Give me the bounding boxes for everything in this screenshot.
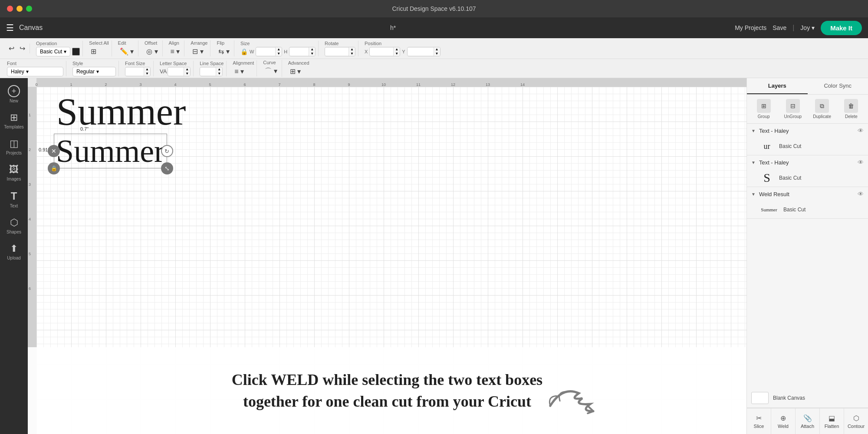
letter-space-col: Letter Space VA 0 ▲ ▼ (160, 61, 191, 76)
sidebar-item-shapes[interactable]: ⬡ Shapes (2, 214, 26, 238)
letter-space-group: Letter Space VA 0 ▲ ▼ (157, 61, 194, 76)
overlay-text: Click WELD while selecting the two text … (232, 369, 542, 413)
sidebar-item-new[interactable]: + New (2, 82, 26, 107)
contour-button[interactable]: ⬡ Contour (844, 408, 868, 434)
duplicate-button[interactable]: ⧉ Duplicate (809, 97, 835, 121)
edit-button[interactable]: ✏️ ▾ (118, 46, 135, 56)
x-input[interactable]: 0.533 (370, 48, 393, 56)
delete-button[interactable]: 🗑 Delete (838, 97, 865, 121)
fullscreen-button[interactable] (26, 6, 32, 12)
style-dropdown[interactable]: Regular ▾ (72, 67, 116, 76)
flip-button[interactable]: ⇆ ▾ (217, 46, 231, 56)
visibility-icon-2[interactable]: 👁 (858, 159, 864, 166)
sidebar-item-templates[interactable]: ⊞ Templates (2, 108, 26, 133)
redo-button[interactable]: ↪ (18, 43, 27, 53)
menu-icon[interactable]: ☰ (6, 23, 14, 33)
layer-group-header-2[interactable]: ▼ Text - Haley 👁 (747, 155, 868, 169)
letter-space-up[interactable]: ▲ (184, 67, 190, 72)
height-input[interactable]: 0.91 (289, 48, 309, 56)
rotate-input[interactable]: 0 (325, 48, 349, 56)
height-up[interactable]: ▲ (309, 47, 315, 52)
layer-item-2[interactable]: S Basic Cut (747, 169, 868, 187)
line-space-up[interactable]: ▲ (216, 67, 222, 72)
lock-handle[interactable]: 🔒 (48, 162, 60, 174)
ruler-tick-8: 8 (313, 82, 315, 87)
minimize-button[interactable] (16, 6, 23, 12)
lock-icon[interactable]: 🔒 (240, 48, 248, 55)
tab-layers[interactable]: Layers (747, 78, 808, 94)
rotate-up[interactable]: ▲ (349, 47, 355, 52)
user-menu[interactable]: Joy ▾ (800, 24, 815, 31)
scale-handle[interactable]: ⤡ (161, 162, 173, 174)
save-button[interactable]: Save (773, 24, 786, 31)
x-down[interactable]: ▼ (394, 52, 400, 56)
arrange-label: Arrange (191, 40, 207, 46)
width-down[interactable]: ▼ (276, 52, 282, 56)
layer-group-2: ▼ Text - Haley 👁 S Basic Cut (747, 155, 868, 187)
font-size-down[interactable]: ▼ (144, 72, 150, 76)
width-input-group: 0.7 ▲ ▼ (256, 47, 282, 56)
layer-item-1[interactable]: ur Basic Cut (747, 138, 868, 155)
letter-space-down[interactable]: ▼ (184, 72, 190, 76)
attach-button[interactable]: 📎 Attach (796, 408, 820, 434)
letter-space-input[interactable]: 0 (168, 68, 184, 76)
letter-space-icon: VA (160, 68, 167, 75)
visibility-icon-1[interactable]: 👁 (858, 127, 864, 134)
width-up[interactable]: ▲ (276, 47, 282, 52)
arrow-bird-svg (544, 375, 602, 422)
operation-dropdown[interactable]: Basic Cut ▾ (36, 47, 70, 56)
canvas-text-1[interactable]: Summer (56, 93, 186, 131)
width-input[interactable]: 0.7 (256, 48, 275, 56)
flatten-button[interactable]: ⬓ Flatten (820, 408, 844, 434)
layer-item-3[interactable]: Summer Basic Cut (747, 201, 868, 218)
delete-handle[interactable]: ✕ (48, 145, 60, 157)
offset-button[interactable]: ◎ ▾ (145, 46, 159, 56)
layer-group-header-1[interactable]: ▼ Text - Haley 👁 (747, 124, 868, 138)
alignment-button[interactable]: ≡ ▾ (233, 66, 246, 76)
line-space-input[interactable]: 1 (200, 68, 216, 76)
tab-color-sync[interactable]: Color Sync (808, 78, 868, 94)
close-button[interactable] (7, 6, 13, 12)
select-all-button[interactable]: ⊞ (89, 46, 98, 56)
font-size-input[interactable]: 72 (125, 68, 144, 76)
sidebar-item-upload[interactable]: ⬆ Upload (2, 240, 26, 264)
curve-button[interactable]: ⌒ ▾ (263, 66, 279, 77)
rotate-down[interactable]: ▼ (349, 52, 355, 56)
undo-button[interactable]: ↩ (7, 43, 16, 53)
ruler-vtick-4: 4 (29, 217, 31, 221)
ruler-vtick-6: 6 (29, 286, 31, 291)
make-it-button[interactable]: Make It (821, 21, 862, 35)
color-swatch[interactable] (72, 48, 80, 56)
flip-group: Flip ⇆ ▾ (214, 40, 234, 56)
visibility-icon-3[interactable]: 👁 (858, 191, 864, 197)
x-icon: ✕ (51, 148, 56, 155)
font-dropdown[interactable]: Haley ▾ (7, 67, 63, 76)
group-button[interactable]: ⊞ Group (750, 97, 777, 121)
layer-group-name-2: Text - Haley (759, 159, 854, 166)
y-input[interactable]: 2.154 (408, 48, 434, 56)
font-size-up[interactable]: ▲ (144, 67, 150, 72)
ungroup-button[interactable]: ⊟ UnGroup (779, 97, 806, 121)
sidebar-item-projects[interactable]: ◫ Projects (2, 135, 26, 159)
sidebar-item-text[interactable]: T Text (2, 187, 26, 212)
advanced-button[interactable]: ⊞ ▾ (288, 66, 302, 76)
sidebar-item-images[interactable]: 🖼 Images (2, 161, 26, 185)
canvas-text-2-container[interactable]: 0.7" 0.91" ✕ ↻ 🔒 (54, 134, 167, 168)
layer-group-header-3[interactable]: ▼ Weld Result 👁 (747, 187, 868, 201)
y-down[interactable]: ▼ (434, 52, 440, 56)
width-arrows: ▲ ▼ (275, 47, 282, 56)
dim-width-label: 0.7" (80, 126, 89, 132)
height-down[interactable]: ▼ (309, 52, 315, 56)
y-up[interactable]: ▲ (434, 47, 440, 52)
align-button[interactable]: ≡ ▾ (169, 46, 182, 56)
x-up[interactable]: ▲ (394, 47, 400, 52)
line-space-down[interactable]: ▼ (216, 72, 222, 76)
weld-button[interactable]: ⊕ Weld (771, 408, 796, 434)
ruler-tick-5: 5 (209, 82, 211, 87)
slice-button[interactable]: ✂ Slice (747, 408, 771, 434)
rotate-handle[interactable]: ↻ (161, 145, 173, 157)
layer-group-1: ▼ Text - Haley 👁 ur Basic Cut (747, 124, 868, 155)
my-projects-button[interactable]: My Projects (735, 24, 766, 31)
canvas-area[interactable]: 0 1 2 3 4 5 6 7 8 9 10 11 12 13 14 1 2 (28, 78, 746, 434)
arrange-button[interactable]: ⊟ ▾ (191, 46, 205, 56)
